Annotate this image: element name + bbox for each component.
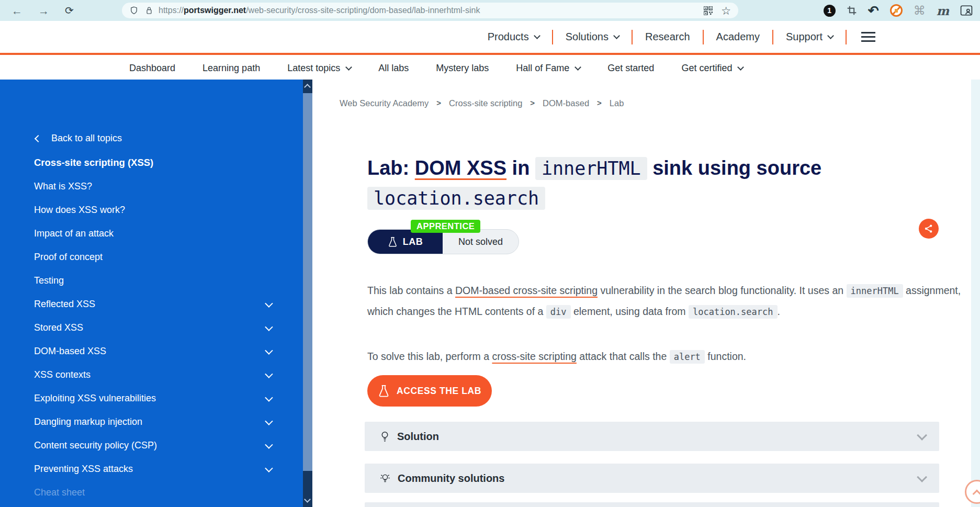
sidebar-topic-list: What is XSS? How does XSS work? Impact o…: [34, 175, 272, 504]
share-button[interactable]: [919, 219, 939, 239]
sidebar-item-dom-based-xss[interactable]: DOM-based XSS: [34, 340, 272, 363]
chevron-down-icon[interactable]: [265, 393, 273, 402]
browser-reload-icon[interactable]: ⟳: [65, 5, 74, 16]
academy-nav: Dashboard Learning path Latest topics Al…: [0, 57, 980, 80]
browser-back-icon[interactable]: ←: [12, 5, 22, 16]
chevron-down-icon[interactable]: [265, 323, 273, 331]
access-the-lab-button[interactable]: ACCESS THE LAB: [367, 375, 492, 407]
sidebar-item-what-is-xss[interactable]: What is XSS?: [34, 175, 272, 198]
sidebar-item-how-does-xss-work[interactable]: How does XSS work?: [34, 198, 272, 222]
nav-support[interactable]: Support: [773, 31, 846, 43]
innerhtml-code: innerHTML: [535, 157, 647, 180]
chevron-down-icon: [827, 32, 834, 39]
share-icon: [923, 223, 934, 234]
inline-code: innerHTML: [847, 284, 903, 298]
scrollbar-up-icon[interactable]: [304, 84, 311, 91]
breadcrumb-cross-site-scripting[interactable]: Cross-site scripting: [449, 98, 522, 108]
sidebar-item-reflected-xss[interactable]: Reflected XSS: [34, 292, 272, 316]
sidebar-item-exploiting-xss[interactable]: Exploiting XSS vulnerabilities: [34, 387, 272, 410]
location-search-code: location.search: [367, 187, 545, 210]
breadcrumb: Web Security Academy > Cross-site script…: [340, 98, 624, 108]
next-accordion-partial[interactable]: [365, 502, 939, 507]
inline-code: alert: [670, 350, 705, 364]
community-solutions-accordion[interactable]: Community solutions: [365, 464, 939, 493]
back-to-all-topics-link[interactable]: Back to all topics: [36, 133, 122, 144]
scrollbar-down-icon[interactable]: [304, 496, 311, 503]
sidebar-item-testing[interactable]: Testing: [34, 269, 272, 292]
breadcrumb-lab: Lab: [610, 98, 624, 108]
chevron-down-icon[interactable]: [265, 346, 273, 355]
main-content: Web Security Academy > Cross-site script…: [312, 80, 971, 507]
lightbulb-rays-icon: [379, 472, 391, 485]
shield-icon[interactable]: [129, 6, 139, 15]
lock-icon: [145, 6, 153, 15]
bookmark-star-icon[interactable]: ☆: [721, 5, 731, 16]
sidebar-item-dangling-markup[interactable]: Dangling markup injection: [34, 410, 272, 434]
dom-xss-link[interactable]: DOM XSS: [415, 157, 506, 179]
chevron-down-icon[interactable]: [265, 464, 273, 472]
extension-icons: 1 ↶ ⌘ m: [824, 0, 973, 21]
primary-nav: Products Solutions Research Academy Supp…: [0, 21, 980, 55]
url-text[interactable]: https://portswigger.net/web-security/cro…: [159, 6, 480, 15]
breadcrumb-separator: >: [597, 98, 602, 108]
chevron-down-icon[interactable]: [265, 417, 273, 425]
address-bar[interactable]: https://portswigger.net/web-security/cro…: [122, 3, 738, 18]
chevron-down-icon[interactable]: [265, 370, 273, 378]
sidebar-item-preventing-xss[interactable]: Preventing XSS attacks: [34, 457, 272, 481]
academy-nav-mystery-labs[interactable]: Mystery labs: [436, 63, 489, 74]
solution-accordion[interactable]: Solution: [365, 422, 939, 451]
academy-nav-get-started[interactable]: Get started: [607, 63, 654, 74]
sidebar-scrollbar[interactable]: [303, 80, 312, 507]
sidebar-item-proof-of-concept[interactable]: Proof of concept: [34, 245, 272, 269]
hamburger-menu-icon[interactable]: [861, 32, 875, 42]
qr-code-icon[interactable]: [704, 6, 713, 15]
sidebar-item-stored-xss[interactable]: Stored XSS: [34, 316, 272, 340]
nav-academy[interactable]: Academy: [704, 31, 772, 43]
chevron-down-icon[interactable]: [265, 299, 273, 308]
chevron-up-icon: [973, 490, 980, 499]
breadcrumb-web-security-academy[interactable]: Web Security Academy: [340, 98, 429, 108]
sidebar-item-xss-contexts[interactable]: XSS contexts: [34, 363, 272, 387]
page-scrollbar-track[interactable]: [971, 80, 980, 507]
m-extension-icon[interactable]: m: [937, 5, 949, 17]
chevron-down-icon: [534, 32, 540, 39]
lightbulb-icon: [379, 431, 390, 443]
lab-status-widget: LAB Not solved: [367, 229, 519, 254]
sidebar-item-impact-of-an-attack[interactable]: Impact of an attack: [34, 222, 272, 245]
browser-toolbar: ← → ⟳ https://portswigger.net/web-securi…: [0, 0, 980, 21]
sidebar-topic-heading: Cross-site scripting (XSS): [34, 157, 153, 168]
inline-code: location.search: [689, 305, 778, 319]
academy-nav-hall-of-fame[interactable]: Hall of Fame: [516, 63, 580, 74]
difficulty-badge: APPRENTICE: [411, 220, 480, 233]
adblocker-icon[interactable]: [890, 4, 903, 17]
browser-forward-icon[interactable]: →: [38, 5, 49, 16]
academy-nav-all-labs[interactable]: All labs: [378, 63, 409, 74]
browser-profile-icon[interactable]: [960, 5, 973, 16]
academy-nav-learning-path[interactable]: Learning path: [202, 63, 260, 74]
nav-solutions[interactable]: Solutions: [553, 31, 632, 43]
scrollbar-thumb[interactable]: [303, 93, 312, 471]
inline-code: div: [546, 305, 571, 319]
academy-nav-dashboard[interactable]: Dashboard: [129, 63, 175, 74]
chevron-down-icon: [738, 64, 745, 71]
chevron-left-icon: [35, 134, 42, 142]
cross-site-scripting-link[interactable]: cross-site scripting: [492, 351, 576, 362]
sidebar-item-csp[interactable]: Content security policy (CSP): [34, 434, 272, 457]
chevron-down-icon: [613, 32, 620, 39]
lab-tag: LAB: [368, 230, 443, 254]
status-badge: Not solved: [443, 230, 519, 254]
academy-nav-latest-topics[interactable]: Latest topics: [287, 63, 351, 74]
chevron-down-icon: [575, 64, 581, 71]
lab-description: This lab contains a DOM-based cross-site…: [367, 280, 971, 322]
nav-research[interactable]: Research: [633, 31, 703, 43]
extension-badge-icon[interactable]: 1: [824, 5, 836, 17]
breadcrumb-dom-based[interactable]: DOM-based: [543, 98, 589, 108]
sidebar-item-cheat-sheet[interactable]: Cheat sheet: [34, 481, 272, 504]
undo-arrow-icon[interactable]: ↶: [868, 4, 879, 17]
academy-nav-get-certified[interactable]: Get certified: [681, 63, 743, 74]
chevron-down-icon[interactable]: [265, 441, 273, 449]
dom-based-xss-link[interactable]: DOM-based cross-site scripting: [455, 285, 598, 296]
screenshot-crop-icon[interactable]: [847, 5, 857, 16]
command-extension-icon[interactable]: ⌘: [914, 5, 926, 17]
nav-products[interactable]: Products: [475, 31, 552, 43]
